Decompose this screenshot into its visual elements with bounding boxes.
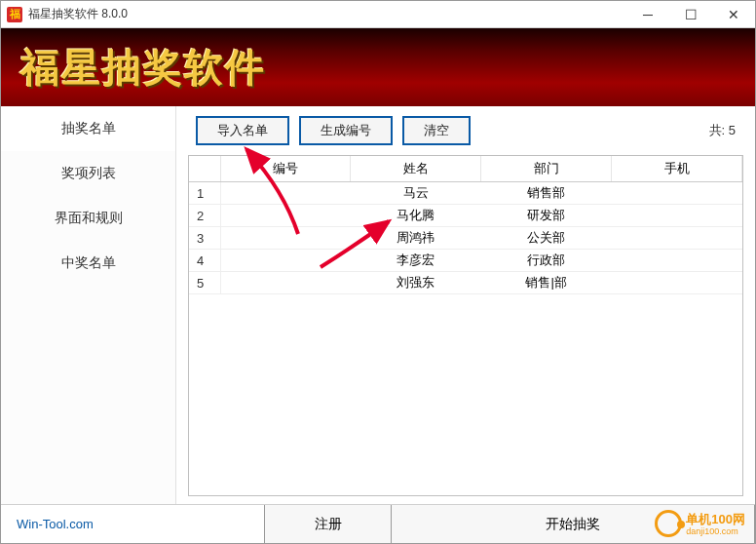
footer: Win-Tool.com 注册 开始抽奖: [1, 504, 755, 543]
cell-rownum: 2: [189, 205, 220, 227]
sidebar-item-rules[interactable]: 界面和规则: [1, 196, 175, 241]
cell-rownum: 4: [189, 250, 220, 272]
maximize-button[interactable]: ☐: [669, 1, 712, 28]
table-row[interactable]: 5刘强东销售|部: [189, 272, 742, 294]
table-row[interactable]: 1马云销售部: [189, 182, 742, 205]
start-lottery-button[interactable]: 开始抽奖: [391, 505, 755, 543]
cell-phone[interactable]: [612, 227, 742, 250]
row-count: 共: 5: [709, 122, 736, 139]
generate-button[interactable]: 生成编号: [299, 116, 393, 145]
col-phone[interactable]: 手机: [612, 156, 742, 182]
data-grid[interactable]: 编号 姓名 部门 手机 1马云销售部2马化腾研发部3周鸿祎公关部4李彦宏行政部5…: [188, 155, 743, 496]
banner-title: 福星抽奖软件: [20, 41, 266, 95]
cell-name[interactable]: 马化腾: [351, 205, 481, 227]
cell-name[interactable]: 刘强东: [351, 272, 481, 294]
sidebar-item-prizes[interactable]: 奖项列表: [1, 151, 175, 196]
minimize-button[interactable]: ─: [626, 1, 669, 28]
window-titlebar: 福 福星抽奖软件 8.0.0 ─ ☐ ✕: [1, 1, 755, 28]
toolbar: 导入名单 生成编号 清空 共: 5: [176, 106, 755, 155]
close-button[interactable]: ✕: [712, 1, 755, 28]
cell-phone[interactable]: [612, 250, 742, 272]
cell-dept[interactable]: 销售部: [481, 182, 612, 205]
cell-dept[interactable]: 公关部: [481, 227, 612, 250]
sidebar-item-namelist[interactable]: 抽奖名单: [1, 106, 175, 151]
cell-rownum: 1: [189, 182, 220, 205]
col-name[interactable]: 姓名: [351, 156, 481, 182]
table-row[interactable]: 3周鸿祎公关部: [189, 227, 742, 250]
cell-id[interactable]: [220, 205, 351, 227]
register-button[interactable]: 注册: [264, 505, 391, 543]
table-row[interactable]: 4李彦宏行政部: [189, 250, 742, 272]
app-icon: 福: [7, 7, 22, 22]
col-dept[interactable]: 部门: [481, 156, 612, 182]
clear-button[interactable]: 清空: [402, 116, 471, 145]
cell-phone[interactable]: [612, 205, 742, 227]
col-id[interactable]: 编号: [220, 156, 351, 182]
cell-dept[interactable]: 销售|部: [481, 272, 612, 294]
cell-rownum: 5: [189, 272, 220, 294]
col-rownum: [189, 156, 220, 182]
footer-link[interactable]: Win-Tool.com: [1, 505, 264, 543]
table-row[interactable]: 2马化腾研发部: [189, 205, 742, 227]
sidebar: 抽奖名单 奖项列表 界面和规则 中奖名单: [1, 106, 176, 504]
cell-id[interactable]: [220, 182, 351, 205]
cell-id[interactable]: [220, 227, 351, 250]
cell-name[interactable]: 李彦宏: [351, 250, 481, 272]
cell-id[interactable]: [220, 250, 351, 272]
cell-dept[interactable]: 行政部: [481, 250, 612, 272]
cell-phone[interactable]: [612, 182, 742, 205]
cell-dept[interactable]: 研发部: [481, 205, 612, 227]
window-title: 福星抽奖软件 8.0.0: [28, 6, 128, 22]
cell-name[interactable]: 周鸿祎: [351, 227, 481, 250]
cell-id[interactable]: [220, 272, 351, 294]
cell-phone[interactable]: [612, 272, 742, 294]
table-header-row: 编号 姓名 部门 手机: [189, 156, 742, 182]
header-banner: 福星抽奖软件: [1, 28, 755, 106]
cell-rownum: 3: [189, 227, 220, 250]
cell-name[interactable]: 马云: [351, 182, 481, 205]
sidebar-item-winners[interactable]: 中奖名单: [1, 241, 175, 286]
import-button[interactable]: 导入名单: [196, 116, 289, 145]
